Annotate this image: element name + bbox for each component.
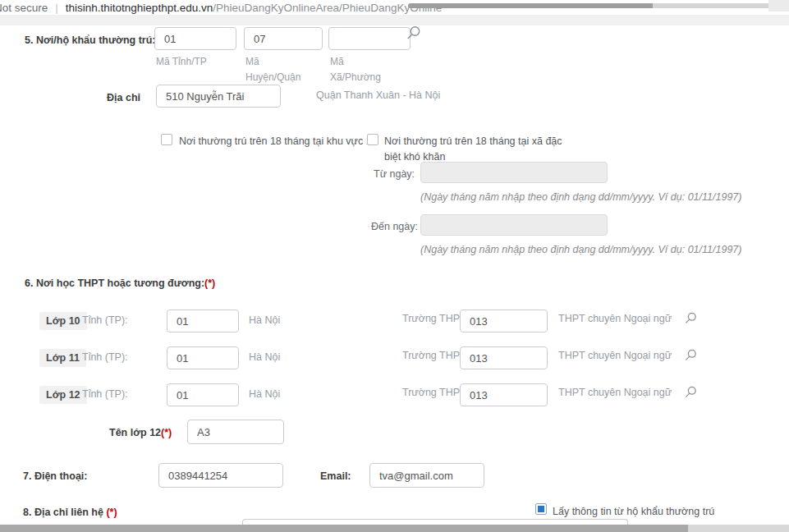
grade11-badge: Lớp 11 xyxy=(39,349,86,367)
province-code-caption: Mã Tỉnh/TP xyxy=(156,54,238,70)
section6-heading-text: 6. Nơi học THPT hoặc tương đương: xyxy=(25,277,204,289)
grade12-school-search-button[interactable] xyxy=(684,385,698,401)
section6-required-mark: (*) xyxy=(204,277,215,289)
grade10-badge: Lớp 10 xyxy=(39,312,87,330)
top-right-panel-fragment xyxy=(768,0,789,11)
grade12-badge: Lớp 12 xyxy=(39,386,87,404)
bottom-scrollbar-thumb[interactable] xyxy=(0,525,688,532)
browser-viewport: Not secure | thisinh.thitotnghiepthpt.ed… xyxy=(0,0,789,532)
from-date-label: Từ ngày: xyxy=(374,168,415,180)
district-code-input[interactable] xyxy=(244,27,323,50)
grade10-school-code-input[interactable] xyxy=(460,310,548,332)
zone1-checkbox[interactable] xyxy=(161,134,172,145)
copy-residence-checkbox[interactable] xyxy=(535,503,547,515)
grade10-school-label: Trường THPT: xyxy=(402,313,468,324)
to-date-format-note: (Ngày tháng năm nhập theo định dạng dd/m… xyxy=(420,244,741,255)
grade12-province-code-input[interactable] xyxy=(167,383,239,406)
copy-residence-checkbox-label: Lấy thông tin từ hộ khẩu thường trú xyxy=(553,504,714,520)
top-scrollbar-thumb[interactable] xyxy=(408,3,654,8)
url-separator: | xyxy=(55,2,58,14)
zone1-checkbox-label: Nơi thường trú trên 18 tháng tại khu vực… xyxy=(179,134,372,149)
grade12-school-label: Trường THPT: xyxy=(402,387,468,398)
difficult-commune-checkbox-label: Nơi thường trú trên 18 tháng tại xã đặc … xyxy=(384,134,567,166)
grade10-school-name: THPT chuyên Ngoại ngữ xyxy=(558,313,672,324)
grade12-province-name: Hà Nội xyxy=(249,388,280,400)
section5-heading-text: 5. Nơi/hộ khẩu thường trú: xyxy=(25,34,155,46)
address-label: Địa chỉ xyxy=(107,92,140,103)
address-bar[interactable]: Not secure | thisinh.thitotnghiepthpt.ed… xyxy=(0,2,442,14)
grade12-school-code-input[interactable] xyxy=(460,383,548,406)
bottom-scrollbar-track[interactable] xyxy=(688,525,789,532)
section6-heading: 6. Nơi học THPT hoặc tương đương:(*) xyxy=(25,277,215,289)
page-top-band xyxy=(0,15,789,25)
class12-name-required-mark: (*) xyxy=(161,427,172,438)
section8-heading: 8. Địa chỉ liên hệ (*) xyxy=(23,507,117,518)
search-icon xyxy=(406,31,422,44)
phone-input[interactable] xyxy=(158,463,283,488)
url-host: thisinh.thitotnghiepthpt.edu.vn xyxy=(66,2,213,14)
grade11-school-search-button[interactable] xyxy=(684,348,698,365)
class12-name-input[interactable] xyxy=(187,420,284,444)
grade11-school-label: Trường THPT: xyxy=(402,350,468,361)
section8-heading-text: 8. Địa chỉ liên hệ xyxy=(23,507,103,518)
grade11-province-label: Tỉnh (TP): xyxy=(82,351,128,363)
url-path: /PhieuDangKyOnlineArea/PhieuDangKyOnline xyxy=(213,2,442,14)
from-date-input xyxy=(420,162,608,183)
district-code-caption: Mã Huyện/Quận xyxy=(245,54,305,85)
email-input[interactable] xyxy=(369,463,484,488)
search-icon xyxy=(684,352,698,365)
search-icon xyxy=(684,315,698,328)
grade11-school-name: THPT chuyên Ngoại ngữ xyxy=(558,350,672,361)
difficult-commune-checkbox[interactable] xyxy=(367,134,378,145)
grade11-province-code-input[interactable] xyxy=(167,346,239,369)
ward-code-caption: Mã Xã/Phường xyxy=(330,54,389,85)
grade10-province-label: Tỉnh (TP): xyxy=(82,314,128,326)
class12-name-label-text: Tên lớp 12 xyxy=(109,427,161,438)
not-secure-label: Not secure xyxy=(0,2,48,14)
section5-heading: 5. Nơi/hộ khẩu thường trú:(*) xyxy=(25,34,167,46)
checkbox-checked-mark xyxy=(538,506,544,512)
grade11-school-code-input[interactable] xyxy=(460,346,548,369)
top-scrollbar-track[interactable] xyxy=(653,3,769,8)
to-date-input xyxy=(420,214,608,236)
grade10-school-search-button[interactable] xyxy=(684,311,698,328)
address-input[interactable] xyxy=(156,85,281,108)
grade11-province-name: Hà Nội xyxy=(249,351,280,363)
email-label: Email: xyxy=(320,470,351,482)
province-code-input[interactable] xyxy=(154,27,236,50)
class12-name-label: Tên lớp 12(*) xyxy=(109,427,172,438)
phone-label: 7. Điện thoại: xyxy=(23,470,87,482)
from-date-format-note: (Ngày tháng năm nhập theo định dạng dd/m… xyxy=(420,191,741,203)
grade12-school-name: THPT chuyên Ngoại ngữ xyxy=(558,387,672,398)
address-resolved-text: Quận Thanh Xuân - Hà Nội xyxy=(316,89,440,101)
grade10-province-code-input[interactable] xyxy=(167,310,239,332)
ward-code-input[interactable] xyxy=(328,27,411,50)
section8-required-mark: (*) xyxy=(106,507,117,518)
grade10-province-name: Hà Nội xyxy=(249,314,280,326)
to-date-label: Đến ngày: xyxy=(371,221,418,232)
residence-search-button[interactable] xyxy=(406,25,422,44)
search-icon xyxy=(684,389,698,401)
grade12-province-label: Tỉnh (TP): xyxy=(82,388,128,400)
